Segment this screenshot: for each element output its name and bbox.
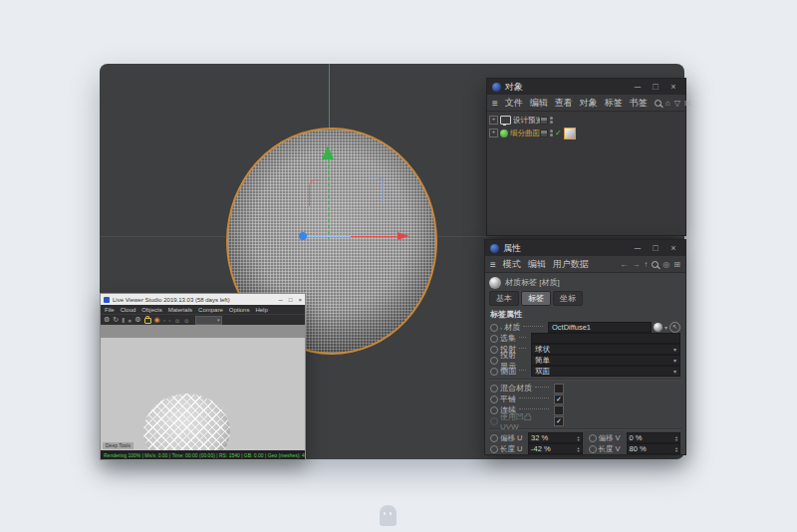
lock-resolution-icon[interactable] bbox=[144, 318, 151, 324]
footer-tab[interactable]: Deep Tools bbox=[103, 442, 133, 449]
keyframe-ring-icon[interactable] bbox=[490, 445, 498, 453]
side-select[interactable]: 双面▾ bbox=[531, 366, 680, 377]
projection-display-select[interactable]: 简单▾ bbox=[531, 355, 680, 366]
material-thumb-icon[interactable] bbox=[654, 323, 663, 332]
pause-render-icon[interactable]: ‖ bbox=[122, 317, 125, 324]
camera-icon[interactable]: ◉ bbox=[154, 316, 160, 324]
tab-basic[interactable]: 基本 bbox=[489, 291, 519, 306]
keyframe-ring-icon[interactable] bbox=[490, 434, 498, 442]
add-panel-icon[interactable]: ⊞ bbox=[673, 260, 680, 269]
menu-view[interactable]: 查看 bbox=[555, 97, 573, 110]
keyframe-ring-icon[interactable] bbox=[490, 385, 498, 393]
menu-file[interactable]: 文件 bbox=[505, 97, 523, 110]
restart-render-icon[interactable]: ↻ bbox=[113, 316, 119, 324]
keyframe-ring-icon[interactable] bbox=[490, 357, 498, 365]
film-region-icon[interactable]: ▫ bbox=[168, 317, 170, 324]
visibility-dots-icon[interactable] bbox=[550, 117, 553, 124]
hamburger-icon[interactable]: ≡ bbox=[492, 98, 498, 109]
keyframe-ring-icon[interactable] bbox=[589, 434, 597, 442]
visibility-dots-icon[interactable] bbox=[550, 130, 553, 136]
render-view[interactable]: Deep Tools bbox=[101, 338, 305, 450]
keyframe-ring-icon[interactable] bbox=[490, 368, 498, 376]
tab-tag[interactable]: 标签 bbox=[521, 291, 551, 306]
close-button[interactable]: × bbox=[666, 243, 680, 253]
menu-options[interactable]: Options bbox=[229, 307, 250, 313]
region-icon[interactable]: ▫ bbox=[163, 317, 165, 324]
menu-edit[interactable]: 编辑 bbox=[530, 97, 548, 110]
minimize-button[interactable]: ─ bbox=[631, 243, 645, 253]
maximize-button[interactable]: □ bbox=[289, 297, 293, 303]
menu-materials[interactable]: Materials bbox=[168, 307, 192, 313]
tile-checkbox[interactable]: ✓ bbox=[554, 395, 564, 404]
hamburger-icon[interactable]: ≡ bbox=[490, 259, 496, 270]
enable-toggle-icon[interactable] bbox=[540, 130, 548, 137]
menu-bookmarks[interactable]: 书签 bbox=[630, 97, 648, 110]
menu-cloud[interactable]: Cloud bbox=[121, 307, 136, 313]
keyframe-ring-icon[interactable] bbox=[589, 445, 597, 453]
up-icon[interactable]: ↑ bbox=[644, 260, 648, 269]
back-icon[interactable]: ← bbox=[620, 260, 628, 269]
live-viewer-titlebar[interactable]: Live Viewer Studio 2019.13.03 (58 days l… bbox=[101, 294, 305, 305]
expand-caret-icon[interactable]: › bbox=[500, 325, 502, 331]
maximize-button[interactable]: □ bbox=[649, 82, 663, 92]
gizmo-y-axis-handle[interactable] bbox=[322, 145, 334, 159]
tab-coords[interactable]: 坐标 bbox=[553, 291, 583, 306]
add-panel-icon[interactable]: ⊞ bbox=[684, 99, 691, 108]
bump-uvw-checkbox[interactable]: ✓ bbox=[554, 416, 564, 426]
objects-titlebar[interactable]: 对象 ─ □ × bbox=[487, 79, 685, 95]
filter-icon[interactable]: ▽ bbox=[674, 99, 680, 108]
menu-userdata[interactable]: 用户数据 bbox=[553, 258, 589, 271]
minimize-button[interactable]: ─ bbox=[279, 297, 283, 303]
home-icon[interactable]: ⌂ bbox=[665, 99, 670, 108]
attributes-titlebar[interactable]: 属性 ─ □ × bbox=[485, 240, 685, 256]
enable-toggle-icon[interactable] bbox=[540, 117, 548, 125]
render-mode-dropdown[interactable]: ▾ bbox=[195, 316, 222, 325]
search-icon[interactable] bbox=[655, 100, 662, 107]
object-row-preview[interactable]: + 设计预览图 bbox=[487, 114, 685, 127]
seamless-checkbox[interactable] bbox=[554, 405, 564, 415]
pick-material-button[interactable]: ↖ bbox=[669, 322, 680, 333]
menu-file[interactable]: File bbox=[105, 307, 115, 313]
menu-tags[interactable]: 标签 bbox=[605, 97, 623, 110]
selection-input[interactable] bbox=[531, 333, 680, 344]
object-name-selected[interactable]: 细分曲面 bbox=[510, 129, 540, 138]
texture-tag-icon[interactable] bbox=[564, 128, 576, 139]
menu-objects[interactable]: Objects bbox=[141, 307, 161, 313]
keyframe-ring-icon[interactable] bbox=[490, 396, 498, 403]
settings-icon[interactable]: ⚙ bbox=[104, 316, 110, 324]
expand-icon[interactable]: + bbox=[489, 129, 498, 137]
menu-objects[interactable]: 对象 bbox=[580, 97, 598, 110]
length-u-input[interactable]: -42 %▴▾ bbox=[528, 443, 583, 454]
close-button[interactable]: × bbox=[298, 297, 302, 303]
menu-edit[interactable]: 编辑 bbox=[528, 258, 546, 271]
length-v-input[interactable]: 80 %▴▾ bbox=[627, 443, 681, 454]
kernel-settings-icon[interactable]: ⚙ bbox=[134, 316, 140, 324]
search-icon[interactable] bbox=[652, 261, 659, 268]
keyframe-ring-icon[interactable] bbox=[490, 406, 498, 414]
offset-u-input[interactable]: 32 %▴▾ bbox=[528, 432, 583, 443]
close-button[interactable]: × bbox=[666, 82, 680, 92]
keyframe-ring-icon[interactable] bbox=[490, 335, 498, 343]
maximize-button[interactable]: □ bbox=[649, 243, 663, 253]
gizmo-origin-handle[interactable] bbox=[299, 232, 307, 240]
forward-icon[interactable]: → bbox=[632, 260, 640, 269]
material-name-input[interactable]: OctDiffuse1 bbox=[548, 322, 652, 333]
menu-mode[interactable]: 模式 bbox=[503, 258, 521, 271]
target-icon[interactable]: ◎ bbox=[663, 260, 669, 269]
projection-select[interactable]: 球状▾ bbox=[531, 344, 680, 355]
light-icon[interactable]: ☼ bbox=[183, 317, 189, 324]
minimize-button[interactable]: ─ bbox=[631, 82, 645, 92]
enabled-check-icon[interactable]: ✓ bbox=[555, 130, 562, 137]
offset-v-input[interactable]: 0 %▴▾ bbox=[627, 432, 681, 443]
mix-checkbox[interactable] bbox=[554, 384, 564, 394]
keyframe-ring-icon[interactable] bbox=[490, 346, 498, 354]
stop-render-icon[interactable]: ● bbox=[128, 317, 132, 324]
gizmo-x-axis-handle[interactable] bbox=[398, 232, 409, 240]
object-row-subdivision[interactable]: + 细分曲面 ✓ bbox=[487, 127, 685, 139]
light-icon[interactable]: ☼ bbox=[174, 317, 180, 324]
expand-icon[interactable]: + bbox=[489, 116, 498, 125]
menu-help[interactable]: Help bbox=[255, 307, 267, 313]
menu-compare[interactable]: Compare bbox=[198, 307, 223, 313]
dropdown-caret-icon[interactable]: ▾ bbox=[664, 324, 667, 331]
keyframe-ring-icon[interactable] bbox=[490, 324, 498, 332]
